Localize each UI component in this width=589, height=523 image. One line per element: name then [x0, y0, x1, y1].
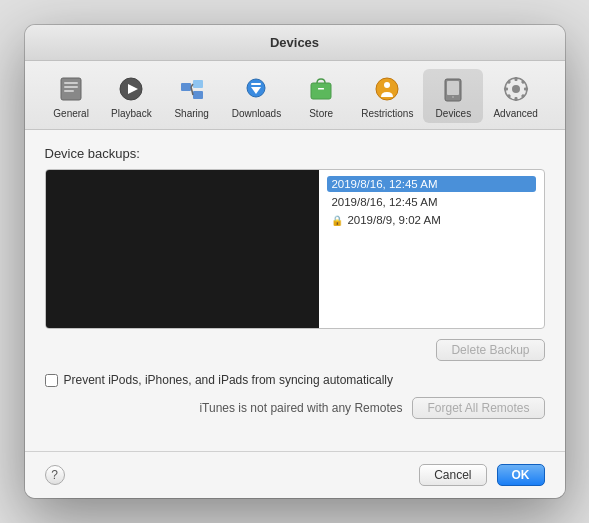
svg-rect-28	[521, 80, 525, 84]
backup-list-right: 2019/8/16, 12:45 AM 2019/8/16, 12:45 AM …	[319, 170, 543, 328]
restrictions-icon	[371, 73, 403, 105]
svg-rect-14	[311, 83, 331, 99]
toolbar: General Playback	[25, 61, 565, 130]
backup-entry-3[interactable]: 🔒 2019/8/9, 9:02 AM	[327, 212, 535, 228]
delete-backup-row: Delete Backup	[45, 339, 545, 361]
svg-rect-8	[193, 91, 203, 99]
devices-label: Devices	[436, 108, 472, 119]
bottom-bar: ? Cancel OK	[25, 451, 565, 498]
delete-backup-button[interactable]: Delete Backup	[436, 339, 544, 361]
svg-rect-24	[514, 97, 517, 101]
general-label: General	[53, 108, 89, 119]
downloads-label: Downloads	[232, 108, 281, 119]
advanced-icon	[500, 73, 532, 105]
remotes-info: iTunes is not paired with any Remotes	[45, 401, 403, 415]
prevent-sync-row: Prevent iPods, iPhones, and iPads from s…	[45, 373, 545, 387]
svg-rect-26	[524, 88, 528, 91]
playback-label: Playback	[111, 108, 152, 119]
devices-icon	[437, 73, 469, 105]
toolbar-item-restrictions[interactable]: Restrictions	[351, 69, 423, 123]
bottom-buttons: Cancel OK	[419, 464, 544, 486]
window-title: Devices	[270, 35, 319, 50]
main-window: Devices General Playba	[25, 25, 565, 498]
advanced-label: Advanced	[493, 108, 537, 119]
svg-point-17	[384, 82, 390, 88]
toolbar-item-store[interactable]: Store	[291, 69, 351, 123]
toolbar-item-devices[interactable]: Devices	[423, 69, 483, 123]
svg-rect-3	[64, 90, 74, 92]
forget-remotes-button[interactable]: Forget All Remotes	[412, 397, 544, 419]
remotes-row: iTunes is not paired with any Remotes Fo…	[45, 397, 545, 419]
svg-rect-23	[514, 77, 517, 81]
backup-list[interactable]: 2019/8/16, 12:45 AM 2019/8/16, 12:45 AM …	[45, 169, 545, 329]
svg-rect-15	[318, 88, 324, 90]
svg-point-22	[512, 85, 520, 93]
svg-rect-13	[251, 83, 261, 85]
svg-rect-27	[507, 80, 511, 84]
svg-rect-0	[61, 78, 81, 100]
toolbar-item-general[interactable]: General	[41, 69, 101, 123]
general-icon	[55, 73, 87, 105]
cancel-button[interactable]: Cancel	[419, 464, 486, 486]
svg-rect-29	[507, 94, 511, 98]
lock-icon: 🔒	[331, 215, 343, 226]
sharing-label: Sharing	[174, 108, 208, 119]
backup-date-1: 2019/8/16, 12:45 AM	[331, 178, 437, 190]
svg-rect-25	[504, 88, 508, 91]
downloads-icon	[240, 73, 272, 105]
svg-rect-7	[193, 80, 203, 88]
store-icon	[305, 73, 337, 105]
toolbar-item-advanced[interactable]: Advanced	[483, 69, 547, 123]
svg-rect-6	[181, 83, 191, 91]
svg-point-20	[452, 96, 454, 98]
svg-line-10	[191, 87, 193, 95]
backup-date-3: 2019/8/9, 9:02 AM	[347, 214, 440, 226]
ok-button[interactable]: OK	[497, 464, 545, 486]
backup-list-left	[46, 170, 320, 328]
svg-rect-19	[447, 81, 459, 95]
backup-entry-2[interactable]: 2019/8/16, 12:45 AM	[327, 194, 535, 210]
svg-rect-2	[64, 86, 78, 88]
svg-rect-1	[64, 82, 78, 84]
backup-date-2: 2019/8/16, 12:45 AM	[331, 196, 437, 208]
prevent-sync-checkbox[interactable]	[45, 374, 58, 387]
help-button[interactable]: ?	[45, 465, 65, 485]
sharing-icon	[176, 73, 208, 105]
playback-icon	[115, 73, 147, 105]
toolbar-item-sharing[interactable]: Sharing	[162, 69, 222, 123]
title-bar: Devices	[25, 25, 565, 61]
toolbar-item-playback[interactable]: Playback	[101, 69, 162, 123]
device-backups-label: Device backups:	[45, 146, 545, 161]
content-area: Device backups: 2019/8/16, 12:45 AM 2019…	[25, 130, 565, 451]
backup-entry-1[interactable]: 2019/8/16, 12:45 AM	[327, 176, 535, 192]
toolbar-item-downloads[interactable]: Downloads	[222, 69, 291, 123]
prevent-sync-label: Prevent iPods, iPhones, and iPads from s…	[64, 373, 394, 387]
restrictions-label: Restrictions	[361, 108, 413, 119]
svg-rect-30	[521, 94, 525, 98]
svg-line-9	[191, 84, 193, 87]
store-label: Store	[309, 108, 333, 119]
